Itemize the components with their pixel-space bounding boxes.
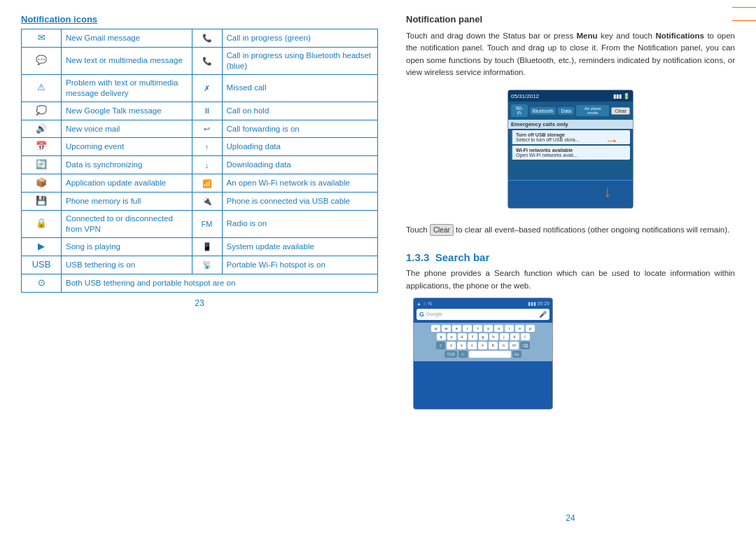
table-row: 🔒Connected to or disconnected from VPNFM…	[22, 210, 378, 237]
key-z[interactable]: z	[447, 342, 456, 349]
key-s[interactable]: s	[447, 333, 456, 340]
notif-icon-right: 📱	[192, 237, 222, 256]
notif-icon-right: 📞	[192, 47, 222, 74]
table-row: ✉New Gmail message📞Call in progress (gre…	[22, 29, 378, 48]
key-p[interactable]: p	[526, 325, 535, 332]
key-u[interactable]: u	[494, 325, 503, 332]
clear-btn-inline: Clear	[430, 224, 454, 236]
notif-icon-right: ↩	[192, 120, 222, 138]
qs-data: Data	[558, 107, 574, 115]
key-g[interactable]: g	[479, 333, 488, 340]
key-h[interactable]: h	[489, 333, 498, 340]
keyboard-area: q w e r t y u i o p a	[414, 323, 552, 361]
notif-icon-left: ⚠	[22, 74, 62, 102]
key-f[interactable]: f	[468, 333, 477, 340]
notif-icon-right: 📶	[192, 174, 222, 193]
qs-clear-btn[interactable]: Clear	[611, 107, 630, 115]
notif-text-left: New voice mail	[62, 120, 192, 138]
qs-airplane: Air plane mode	[576, 105, 609, 116]
key-y[interactable]: y	[484, 325, 493, 332]
notif-text-right: An open Wi-Fi network is available	[222, 174, 377, 193]
notif-text-left: USB tethering is on	[62, 256, 192, 274]
key-m[interactable]: m	[510, 342, 519, 349]
search-input-bar[interactable]: G Google 🎤	[416, 309, 550, 320]
notif-text-right: Uploading data	[222, 138, 377, 156]
notif-icon-left: 📅	[22, 138, 62, 156]
voice-label-line	[732, 7, 756, 8]
table-row: 🔄Data is synchronizing↓Downloading data	[22, 156, 378, 174]
key-o[interactable]: o	[515, 325, 524, 332]
notif-icon-left: 📦	[22, 174, 62, 193]
notif-text-right: Call on hold	[222, 102, 377, 120]
key-123[interactable]: ?123	[444, 351, 456, 358]
key-w[interactable]: w	[442, 325, 451, 332]
qs-wifi: Wi-Fi	[511, 104, 528, 117]
key-d[interactable]: d	[458, 333, 467, 340]
table-row: 💬New text or multimedia message📞Call in …	[22, 47, 378, 74]
notification-table: ✉New Gmail message📞Call in progress (gre…	[21, 29, 378, 293]
key-backspace[interactable]: ⌫	[520, 342, 530, 349]
key-j[interactable]: j	[500, 333, 509, 340]
notif-icon-left: 🔄	[22, 156, 62, 174]
notif-text-left: Problem with text or multimedia message …	[62, 74, 192, 102]
key-k[interactable]: k	[510, 333, 519, 340]
notif-icon-left: USB	[22, 256, 62, 274]
np-notif-key: Notifications	[655, 32, 704, 40]
clear-intro: Touch	[406, 225, 430, 234]
key-a[interactable]: a	[437, 333, 446, 340]
key-b[interactable]: b	[489, 342, 498, 349]
key-l[interactable]: l	[521, 333, 530, 340]
page-number-left: 23	[21, 298, 378, 308]
status-date: 05/31/2012	[511, 93, 539, 99]
voice-search-label: Touch to search by voice	[732, 4, 756, 11]
notif-icon-right: ↓	[192, 156, 222, 174]
notif-text-left: New Gmail message	[62, 29, 192, 48]
key-e[interactable]: e	[452, 325, 461, 332]
notif-text-left: New Google Talk message	[62, 102, 192, 120]
key-t[interactable]: t	[473, 325, 482, 332]
notif-text-left: Song is playing	[62, 237, 192, 256]
notif-text-right: Downloading data	[222, 156, 377, 174]
notif-panel-title: Notification panel	[406, 14, 735, 25]
key-emoji[interactable]: ☺	[458, 351, 468, 358]
notif-icon-left: ✉	[22, 29, 62, 48]
search-bar-text: The phone provides a Search function whi…	[406, 267, 735, 292]
notif-text-right: Missed call	[222, 74, 377, 102]
notif-panel-text: Touch and drag down the Status bar or pr…	[406, 30, 735, 78]
table-row: 📦Application update available📶An open Wi…	[22, 174, 378, 193]
notif-text-right: Call in progress (green)	[222, 29, 377, 48]
key-n[interactable]: n	[499, 342, 508, 349]
search-phone-img: ▲ ☆ N ▮▮▮ 09:29 G Google 🎤 q w	[413, 298, 553, 410]
np-menu-key: Menu	[577, 32, 598, 40]
notif-text-left: Upcoming event	[62, 138, 192, 156]
notif-text-right: Call forwarding is on	[222, 120, 377, 138]
notif-icon-right: 📞	[192, 29, 222, 48]
page-number-right: 24	[406, 513, 735, 523]
notif-icon-right: 📡	[192, 256, 222, 274]
notif-icon-right: ✗	[192, 74, 222, 102]
text-search-label: Touch to search by text	[732, 17, 756, 25]
clear-text: Touch Clear to clear all event–based not…	[406, 224, 735, 236]
search-screenshot-wrapper: ▲ ☆ N ▮▮▮ 09:29 G Google 🎤 q w	[413, 298, 735, 410]
key-c[interactable]: c	[468, 342, 477, 349]
key-v[interactable]: v	[478, 342, 487, 349]
key-i[interactable]: i	[505, 325, 514, 332]
phone-screenshot: 05/31/2012 ▮▮▮ 🔋 Wi-Fi Bluetooth Data Ai…	[507, 90, 634, 209]
key-shift[interactable]: ⇧	[436, 342, 445, 349]
key-r[interactable]: r	[463, 325, 472, 332]
notif-text-left: New text or multimedia message	[62, 47, 192, 74]
key-space[interactable]	[469, 351, 511, 358]
notif-icon-left: 💭	[22, 102, 62, 120]
key-q[interactable]: q	[431, 325, 440, 332]
kb-row-2: a s d f g h j k l	[415, 333, 551, 340]
google-logo: G	[419, 311, 424, 318]
text-label-line	[732, 20, 756, 21]
table-row: ⊙Both USB tethering and portable hotspot…	[22, 274, 378, 292]
table-row: 🔊New voice mail↩Call forwarding is on	[22, 120, 378, 138]
notif-text-left: Data is synchronizing	[62, 156, 192, 174]
key-x[interactable]: x	[457, 342, 466, 349]
status-icons: ▮▮▮ 🔋	[613, 93, 630, 99]
key-enter[interactable]: Go	[512, 351, 522, 358]
notif-icon-right: ⏸	[192, 102, 222, 120]
table-row: 💭New Google Talk message⏸Call on hold	[22, 102, 378, 120]
